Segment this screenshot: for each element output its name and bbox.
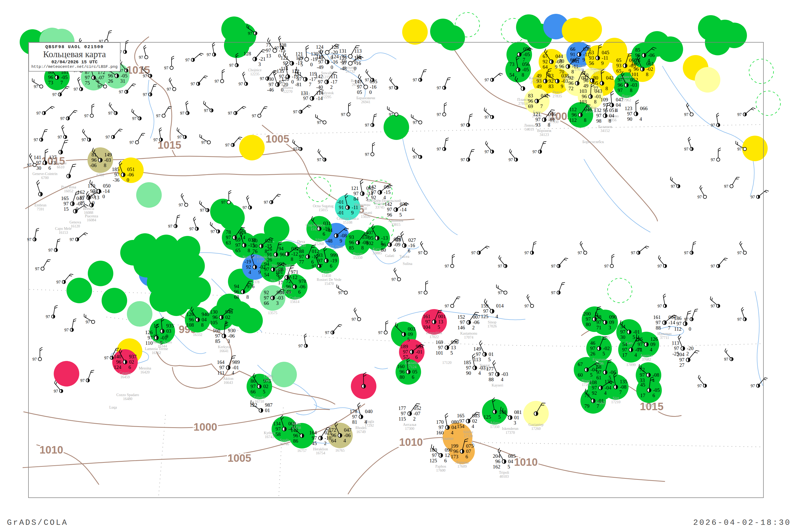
station-visibility: 97 xyxy=(180,111,184,115)
station-dewpoint: 77 xyxy=(299,259,304,265)
station-pressure-tendency: -11 xyxy=(602,55,608,61)
station-pressure: 045 xyxy=(602,50,609,55)
station-cloud-amount: 3 xyxy=(276,300,279,306)
station-pressure: 135 xyxy=(620,379,627,384)
station-dewpoint: 108 xyxy=(187,322,194,328)
station-plot-minor: 97 xyxy=(437,77,451,90)
station-pressure-tendency: -07 xyxy=(76,201,83,206)
station-plot: Lamia16675 xyxy=(264,374,273,382)
station-dewpoint: 85 xyxy=(349,245,354,251)
station-plot: 13197114-14 xyxy=(301,88,324,101)
station-pressure-tendency: -01 xyxy=(633,329,640,335)
station-plot-minor: 97 xyxy=(199,134,211,145)
station-plot-minor: 97 xyxy=(82,129,91,142)
station-pressure: 990 xyxy=(451,339,459,345)
station-name: Анталья xyxy=(403,423,417,427)
station-dewpoint: 15 xyxy=(63,206,69,212)
station-plot-minor: 97 xyxy=(139,45,149,60)
station-pressure-tendency: -16 xyxy=(370,84,376,90)
station-cloud-amount: 2 xyxy=(686,351,689,357)
station-pressure: 114 xyxy=(316,90,323,96)
station-temperature: 178 xyxy=(350,408,358,414)
station-plot-minor: 97 xyxy=(509,149,518,162)
station-visibility: 96 xyxy=(349,240,354,245)
station-plot-minor: 97 xyxy=(191,75,208,86)
cloud-cover-icon xyxy=(92,320,95,324)
station-visibility: 97 xyxy=(86,320,90,324)
station-pressure-tendency: -06 xyxy=(473,320,479,325)
station-pressure: 114 xyxy=(354,55,362,61)
station-temperature: 169 xyxy=(436,339,443,345)
weather-disk xyxy=(127,301,152,327)
station-dewpoint: 112 xyxy=(569,117,577,123)
station-visibility: 97 xyxy=(221,200,226,205)
station-pressure: 042 xyxy=(606,75,614,81)
station-id: 15020 xyxy=(361,215,370,218)
station-plot: Luqa xyxy=(109,405,117,410)
station-pressure-tendency: -17 xyxy=(331,79,337,84)
station-dewpoint: 97 xyxy=(618,88,623,93)
station-dewpoint: 80 xyxy=(400,374,404,380)
station-id: 40103 xyxy=(499,475,509,478)
station-dewpoint: -114 xyxy=(279,66,288,71)
station-id: 16743 xyxy=(265,435,274,439)
station-pressure: 989 xyxy=(232,359,240,365)
station-name: Темников xyxy=(590,67,605,71)
station-pressure: 047 xyxy=(616,97,624,102)
river-path xyxy=(375,367,388,369)
station-name: Ливны xyxy=(524,124,535,128)
station-pressure-tendency: 04 xyxy=(202,317,207,322)
station-visibility: 97 xyxy=(437,112,441,117)
station-pressure-tendency: -01 xyxy=(232,365,239,370)
station-name: Capo Mele xyxy=(55,227,72,231)
cloud-cover-icon xyxy=(135,141,139,144)
station-id: 16332 xyxy=(193,333,203,337)
station-plot-minor: 97 xyxy=(176,128,187,139)
station-plot-minor: 97 xyxy=(156,106,172,118)
station-temperature: 86 xyxy=(251,378,255,384)
station-plot: Могилёв-Подольский xyxy=(367,199,401,203)
station-pressure-tendency: -03 xyxy=(277,295,283,301)
station-visibility: 97 xyxy=(119,90,123,94)
station-visibility: 95 xyxy=(368,235,374,241)
station-pressure-tendency: 13 xyxy=(451,345,456,350)
station-visibility: 97 xyxy=(70,237,74,242)
station-name: Ceahlau Toaca xyxy=(337,216,359,221)
station-pressure-tendency: -05 xyxy=(523,52,530,57)
cloud-cover-icon xyxy=(221,79,224,83)
station-visibility: 97 xyxy=(207,52,211,57)
station-visibility: 96 xyxy=(583,78,588,83)
cloud-cover-icon xyxy=(348,55,353,58)
station-pressure-tendency: -16 xyxy=(331,59,338,65)
station-temperature: 161 xyxy=(653,315,661,320)
station-pressure: 126 xyxy=(650,336,658,342)
station-temperature: 128 xyxy=(244,51,251,56)
cloud-cover-icon xyxy=(530,304,534,308)
station-cloud-amount: 2 xyxy=(472,325,475,330)
station-name: Craiova xyxy=(321,270,332,274)
station-visibility: 97 xyxy=(525,304,529,308)
cloud-cover-icon xyxy=(347,113,350,116)
station-name: Chojnice xyxy=(248,68,262,72)
station-visibility: 97 xyxy=(293,110,298,114)
bulletin-code: QBSF98 UAOL 021500 xyxy=(29,44,120,50)
station-temperature: 67 xyxy=(543,54,548,59)
station-visibility: 97 xyxy=(471,251,476,255)
station-dewpoint: 60 xyxy=(578,372,583,378)
station-temperature: 189 xyxy=(401,344,408,349)
station-name: Lamezia Terme xyxy=(145,347,168,351)
station-dewpoint: 27 xyxy=(679,362,684,368)
station-visibility: 97 xyxy=(130,140,134,145)
station-name: Черновцы xyxy=(354,203,370,207)
station-dewpoint: -06 xyxy=(90,163,97,168)
station-visibility: 97 xyxy=(36,160,41,166)
station-visibility: 97 xyxy=(498,290,502,295)
station-plot-minor: 97 xyxy=(36,106,55,115)
station-visibility: 97 xyxy=(724,184,728,189)
station-dewpoint: 113 xyxy=(474,357,481,362)
station-id: 17600 xyxy=(436,469,445,472)
cloud-cover-icon xyxy=(173,88,176,91)
station-cloud-amount: 8 xyxy=(594,99,597,104)
station-plot-minor: 97 xyxy=(58,125,68,139)
station-pressure-tendency: -20 xyxy=(281,82,288,87)
